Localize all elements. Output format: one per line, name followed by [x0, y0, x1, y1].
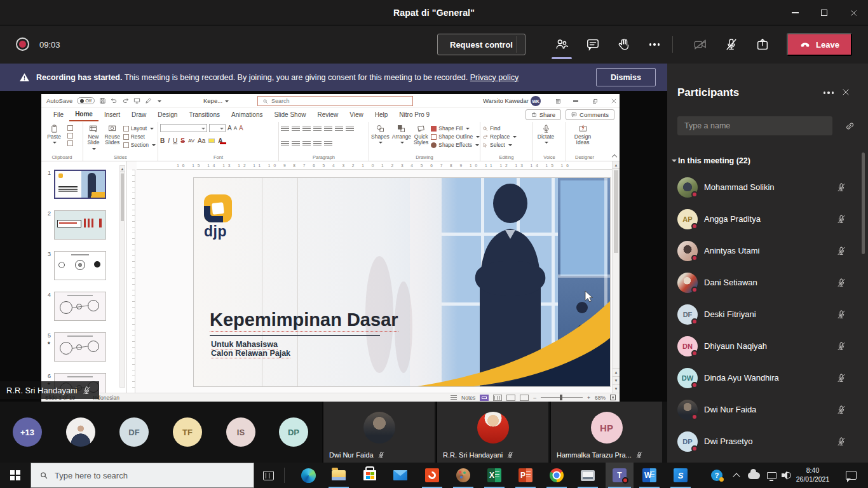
save-icon[interactable]: [99, 97, 106, 104]
taskbar-file-explorer-button[interactable]: [326, 463, 351, 488]
arrange-button[interactable]: Arrange: [392, 124, 411, 153]
tab-help[interactable]: Help: [369, 109, 394, 121]
zoom-level[interactable]: 68%: [595, 395, 606, 401]
text-shadow-button[interactable]: S: [180, 137, 185, 144]
ppt-restore-button[interactable]: [585, 94, 604, 108]
video-tile[interactable]: R.R. Sri Handayani: [436, 402, 548, 463]
ppt-minimize-button[interactable]: [566, 94, 585, 108]
ppt-search-box[interactable]: [257, 96, 413, 106]
tab-home[interactable]: Home: [69, 109, 98, 121]
user-avatar[interactable]: WK: [531, 96, 541, 106]
participant-avatar[interactable]: IS: [226, 417, 255, 447]
zoom-in-button[interactable]: +: [587, 395, 590, 401]
smartart-icon[interactable]: [324, 141, 332, 147]
replace-button[interactable]: Replace: [482, 133, 517, 140]
participant-avatar[interactable]: [66, 417, 95, 447]
paste-button[interactable]: Paste: [43, 124, 65, 153]
increase-indent-icon[interactable]: [313, 126, 322, 132]
taskbar-powerpoint-button[interactable]: [513, 463, 538, 488]
slide-thumbnail-5[interactable]: 5★: [41, 332, 126, 362]
taskbar-paint-button[interactable]: [451, 463, 476, 488]
panel-close-button[interactable]: [841, 88, 853, 99]
align-center-icon[interactable]: [281, 141, 289, 147]
layout-button[interactable]: Layout: [123, 125, 156, 132]
chat-button[interactable]: [579, 34, 607, 55]
ppt-comments-button[interactable]: Comments: [566, 109, 614, 120]
window-maximize-button[interactable]: [810, 0, 839, 25]
undo-icon[interactable]: [111, 97, 118, 104]
copy-icon[interactable]: [67, 133, 73, 139]
align-right-icon[interactable]: [292, 141, 300, 147]
align-left-icon[interactable]: [346, 126, 354, 132]
next-slide-button[interactable]: ▼: [613, 376, 620, 384]
dismiss-button[interactable]: Dismiss: [596, 68, 656, 86]
numbering-icon[interactable]: [292, 126, 300, 132]
format-painter-icon[interactable]: [67, 140, 73, 146]
scroll-up-icon[interactable]: ▲: [613, 161, 620, 169]
participant-row[interactable]: AP Angga Praditya: [667, 203, 868, 235]
video-tile[interactable]: Dwi Nur Faida: [322, 402, 435, 463]
tab-slide-show[interactable]: Slide Show: [268, 109, 311, 121]
taskbar-search-box[interactable]: [31, 463, 254, 488]
text-direction-icon[interactable]: [335, 126, 343, 132]
columns-icon[interactable]: [313, 141, 322, 147]
normal-view-button[interactable]: [480, 395, 489, 401]
autosave-toggle[interactable]: Off: [77, 97, 95, 104]
overflow-count-avatar[interactable]: +13: [13, 417, 42, 447]
participant-avatar[interactable]: DP: [279, 417, 308, 447]
slide-thumbnail-2[interactable]: 2: [41, 210, 126, 240]
taskbar-mail-button[interactable]: [388, 463, 413, 488]
start-button[interactable]: [0, 463, 31, 488]
dictate-button[interactable]: Dictate: [535, 124, 557, 153]
zoom-out-button[interactable]: –: [533, 395, 536, 401]
tab-transitions[interactable]: Transitions: [183, 109, 226, 121]
scroll-up-icon[interactable]: ▲: [120, 166, 125, 172]
tray-onedrive-button[interactable]: [745, 463, 763, 488]
participant-row[interactable]: Mohammad Solikin: [667, 172, 868, 203]
tray-network-button[interactable]: [763, 463, 780, 488]
taskbar-nitro-button[interactable]: [419, 463, 445, 488]
participant-avatar[interactable]: TF: [173, 417, 202, 447]
raise-hand-button[interactable]: [610, 34, 638, 55]
slide-thumbnail-3[interactable]: 3: [41, 251, 126, 280]
quick-styles-button[interactable]: Quick Styles: [414, 124, 428, 153]
participant-avatar[interactable]: DF: [119, 417, 149, 447]
participant-row[interactable]: DF Deski Fitriyani: [667, 299, 868, 330]
shape-effects-button[interactable]: Shape Effects: [431, 142, 480, 148]
taskbar-excel-button[interactable]: [482, 463, 507, 488]
more-actions-button[interactable]: [641, 34, 668, 55]
grow-font-button[interactable]: A: [227, 125, 232, 132]
scroll-down-icon[interactable]: ▼: [613, 384, 620, 393]
reading-view-button[interactable]: [506, 395, 515, 401]
participant-row[interactable]: Dwi Nur Faida: [667, 394, 868, 426]
taskbar-word-button[interactable]: [637, 463, 662, 488]
tray-help-button[interactable]: [707, 463, 727, 488]
shape-outline-button[interactable]: Shape Outline: [431, 133, 480, 140]
tab-view[interactable]: View: [344, 109, 369, 121]
participant-row[interactable]: Dani Setiawan: [667, 267, 868, 299]
taskbar-search-input[interactable]: [55, 471, 233, 480]
section-button[interactable]: Section: [123, 142, 156, 148]
ppt-document-name[interactable]: Kepe...: [203, 97, 229, 104]
slide-subtitle-1[interactable]: Untuk Mahasiswa: [211, 340, 278, 349]
qat-dropdown-icon[interactable]: [158, 100, 161, 104]
slide-canvas[interactable]: djp Kepemimpinan Dasar Untuk Mahasiswa C…: [194, 178, 610, 386]
mic-toggle-button[interactable]: [717, 34, 745, 55]
taskbar-teams-button[interactable]: [606, 463, 634, 488]
shapes-button[interactable]: Shapes: [371, 124, 390, 153]
panel-more-button[interactable]: [824, 92, 834, 94]
panel-scrollbar[interactable]: [862, 152, 865, 254]
italic-button[interactable]: I: [168, 137, 170, 144]
justify-icon[interactable]: [302, 141, 311, 147]
invite-search-box[interactable]: [677, 116, 832, 135]
decrease-indent-icon[interactable]: [302, 126, 311, 132]
collapse-ribbon-icon[interactable]: [612, 154, 617, 159]
select-button[interactable]: Select: [482, 142, 517, 148]
invite-search-input[interactable]: [677, 121, 817, 130]
slide-thumbnail-4[interactable]: 4: [41, 292, 126, 321]
participant-row[interactable]: Anintyas Utami: [667, 235, 868, 267]
scrollbar-thumb[interactable]: [614, 170, 618, 253]
taskbar-clock[interactable]: 8:40 26/01/2021: [793, 463, 832, 488]
slide-title[interactable]: Kepemimpinan Dasar: [210, 309, 398, 332]
design-ideas-button[interactable]: Design Ideas: [568, 124, 597, 153]
